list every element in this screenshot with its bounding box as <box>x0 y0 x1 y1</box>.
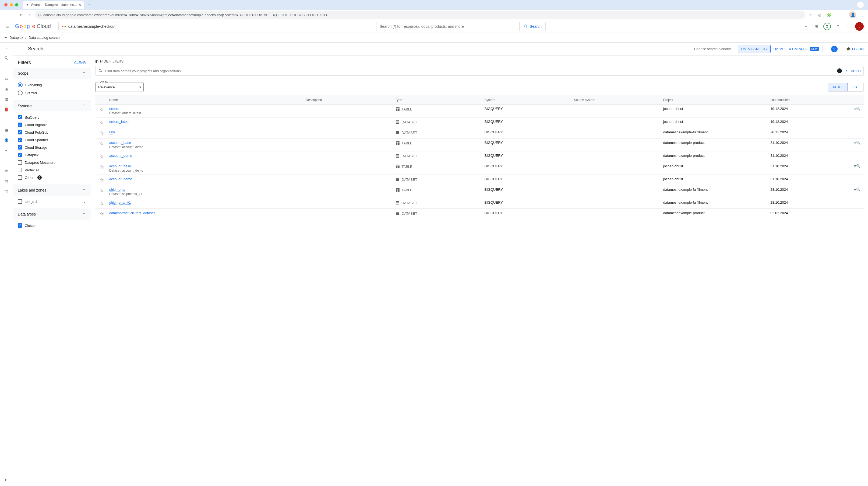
star-icon[interactable]: ☆ <box>95 177 108 183</box>
chrome-menu-icon[interactable]: ⋮ <box>835 12 841 18</box>
gemini-icon[interactable]: ✦ <box>803 23 809 30</box>
star-icon[interactable]: ☆ <box>95 107 108 113</box>
system-checkbox[interactable]: Dataplex <box>18 151 86 159</box>
nav-menu-icon[interactable]: ☰ <box>4 23 11 30</box>
breadcrumb-root[interactable]: Dataplex <box>9 35 23 39</box>
rail-grid2-icon[interactable]: ▦ <box>3 126 10 133</box>
view-table-button[interactable]: TABLE <box>828 83 847 92</box>
overflow-icon[interactable]: ⋮ <box>845 23 851 30</box>
window-minimize[interactable] <box>10 3 13 6</box>
rail-doc-icon[interactable]: ▢ <box>3 188 10 195</box>
learn-button[interactable]: 🎓 LEARN <box>846 47 864 51</box>
bookmark-icon[interactable]: ☆ <box>808 12 813 18</box>
system-checkbox[interactable]: Other? <box>18 174 86 181</box>
gcp-search-button[interactable]: Search <box>519 22 546 31</box>
site-info-icon[interactable]: ⊟ <box>38 13 41 17</box>
result-name-link[interactable]: datacontract_cli_test_dataset <box>109 211 155 215</box>
view-list-button[interactable]: LIST <box>847 83 863 91</box>
star-icon[interactable]: ☆ <box>95 200 108 206</box>
chevron-down-icon[interactable]: ⌄ <box>83 200 86 204</box>
window-maximize[interactable] <box>15 3 18 6</box>
results-search-input[interactable] <box>105 69 835 73</box>
star-icon[interactable]: ☆ <box>95 211 108 217</box>
star-icon[interactable]: ☆ <box>95 130 108 136</box>
rail-layers-icon[interactable]: ▣ <box>3 86 10 92</box>
rail-dot2-icon[interactable]: · <box>3 65 10 72</box>
star-icon[interactable]: ☆ <box>95 120 108 125</box>
result-name-link[interactable]: account_demo <box>109 177 132 181</box>
lake-checkbox[interactable]: test-jc-1⌄ <box>18 198 86 205</box>
result-name-link[interactable]: shipments_v1 <box>109 200 131 205</box>
scope-everything[interactable]: Everything <box>18 81 86 89</box>
sortby-select[interactable]: Sort by Relevance ▾ <box>95 82 144 92</box>
result-name-link[interactable]: account_base <box>109 164 131 168</box>
chrome-dropdown-icon[interactable]: ⌄ <box>857 2 864 8</box>
browser-tab[interactable]: ✦ Search – Dataplex – datames… ✕ <box>23 1 84 9</box>
system-checkbox[interactable]: Dataproc Metastore <box>18 159 86 166</box>
row-action-icon[interactable]: ≡🔍 <box>851 107 864 111</box>
opt-dataplex-catalog[interactable]: DATAPLEX CATALOG NEW <box>770 45 822 53</box>
result-name-link[interactable]: shipments <box>109 188 125 192</box>
rail-grid-icon[interactable]: ▦ <box>3 96 10 103</box>
rail-list-icon[interactable]: ≡ <box>3 147 10 153</box>
user-avatar[interactable]: J <box>855 22 864 31</box>
cloud-shell-icon[interactable]: ▣ <box>813 23 819 30</box>
rail-book-icon[interactable]: 📕 <box>3 106 10 113</box>
project-picker[interactable]: datameshexample-checkout <box>58 22 119 31</box>
row-action-icon[interactable]: ≡🔍 <box>851 188 864 192</box>
datatype-checkbox[interactable]: Cluster <box>18 222 86 229</box>
back-arrow-icon[interactable]: ← <box>17 46 24 52</box>
reload-icon[interactable]: ⟳ <box>19 12 24 18</box>
hide-filters-button[interactable]: ◧ HIDE FILTERS <box>95 59 124 63</box>
star-icon[interactable]: ☆ <box>95 153 108 160</box>
rail-tools-icon[interactable]: 🛠 <box>3 168 10 174</box>
chrome-overflow-icon[interactable]: ⋮ <box>860 12 865 18</box>
search-help-icon[interactable]: ? <box>837 68 842 73</box>
profile-avatar[interactable]: 👤 <box>849 11 856 18</box>
rail-dot4-icon[interactable]: · <box>3 157 10 164</box>
opt-data-catalog[interactable]: DATA CATALOG <box>738 45 771 53</box>
section-scope-head[interactable]: Scope ⌃ <box>13 67 91 79</box>
results-search-button[interactable]: SEARCH <box>846 69 861 73</box>
result-name-link[interactable]: account_demo <box>109 153 132 158</box>
section-datatypes-head[interactable]: Data types ⌃ <box>13 208 91 220</box>
new-tab-button[interactable]: + <box>86 2 92 8</box>
gcp-logo[interactable]: Google Cloud <box>15 23 51 29</box>
rail-dot3-icon[interactable]: · <box>3 116 10 123</box>
result-name-link[interactable]: account_base <box>109 141 131 145</box>
omnibox[interactable]: ⊟ console.cloud.google.com/dataplex/sear… <box>35 11 805 19</box>
help-icon[interactable]: ? <box>835 23 841 30</box>
section-lakes-head[interactable]: Lakes and zones ⌃ <box>13 184 91 196</box>
rail-dot-icon[interactable]: · <box>3 45 10 51</box>
extensions-icon[interactable]: 🧩 <box>826 12 832 18</box>
notifications-badge[interactable]: 2 <box>823 23 831 30</box>
system-checkbox[interactable]: BigQuery <box>18 113 86 121</box>
home-icon[interactable]: ⌂ <box>27 12 32 18</box>
result-name-link[interactable]: orders_latest <box>109 120 129 124</box>
result-name-link[interactable]: raw <box>109 130 115 135</box>
rail-search-icon[interactable] <box>3 55 10 61</box>
section-systems-head[interactable]: Systems ⌃ <box>13 100 91 111</box>
window-close[interactable] <box>4 3 7 6</box>
star-icon[interactable]: ☆ <box>95 141 108 147</box>
star-icon[interactable]: ☆ <box>95 164 108 170</box>
rail-tag-icon[interactable]: 🏷 <box>3 76 10 82</box>
system-checkbox[interactable]: Vertex AI <box>18 166 86 174</box>
scope-starred[interactable]: Starred <box>18 89 86 97</box>
star-icon[interactable]: ☆ <box>95 188 108 194</box>
back-icon[interactable]: ← <box>3 12 8 18</box>
row-action-icon[interactable]: ≡🔍 <box>851 141 864 145</box>
system-checkbox[interactable]: Cloud Spanner <box>18 136 86 144</box>
close-icon[interactable]: ✕ <box>79 3 81 7</box>
lens-icon[interactable]: ◎ <box>817 12 823 18</box>
rail-expand-icon[interactable]: ▸ <box>3 476 10 483</box>
system-checkbox[interactable]: Cloud Bigtable <box>18 121 86 128</box>
system-checkbox[interactable]: Cloud Storage <box>18 144 86 151</box>
help-icon[interactable]: ? <box>37 175 42 180</box>
result-name-link[interactable]: orders <box>109 107 119 111</box>
rail-user-icon[interactable]: 👤 <box>3 137 10 143</box>
rail-chart-icon[interactable]: ▤ <box>3 178 10 184</box>
filters-clear-button[interactable]: CLEAR <box>74 61 86 65</box>
row-action-icon[interactable]: ≡🔍 <box>851 164 864 168</box>
header-help-icon[interactable]: ? <box>831 46 838 52</box>
